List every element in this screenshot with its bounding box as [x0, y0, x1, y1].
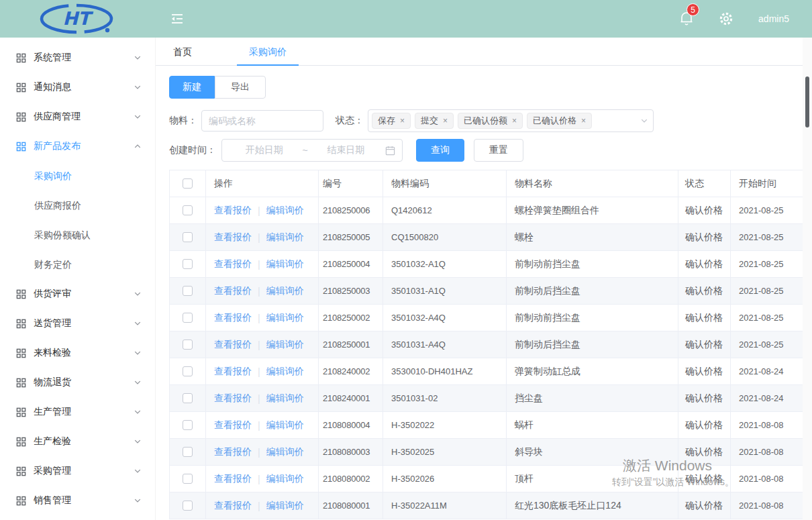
- sidebar-item[interactable]: 通知消息: [0, 72, 155, 102]
- material-code: 3501031-02: [383, 385, 507, 412]
- sidebar-item-label: 来料检验: [34, 347, 71, 359]
- row-checkbox[interactable]: [183, 474, 193, 484]
- sidebar-fold-button[interactable]: [170, 12, 185, 25]
- status-tag: 已确认价格 ×: [527, 113, 592, 129]
- status-select[interactable]: 保存 × 提交 × 已确认份额 × 已确认价格 ×: [368, 109, 654, 132]
- sidebar-item[interactable]: 新产品发布: [0, 132, 155, 161]
- view-quote-link[interactable]: 查看报价: [214, 366, 252, 378]
- search-button[interactable]: 查询: [416, 139, 464, 162]
- tag-close-icon[interactable]: ×: [581, 117, 586, 125]
- sidebar-group: 物流退货: [0, 368, 155, 397]
- row-checkbox[interactable]: [183, 340, 193, 350]
- edit-inquiry-link[interactable]: 编辑询价: [266, 366, 304, 378]
- view-quote-link[interactable]: 查看报价: [214, 205, 252, 217]
- sidebar-subitem[interactable]: 采购份额确认: [0, 220, 155, 250]
- sidebar-item-label: 供应商管理: [34, 111, 81, 123]
- grid-icon: [16, 466, 26, 476]
- edit-inquiry-link[interactable]: 编辑询价: [266, 446, 304, 458]
- view-quote-link[interactable]: 查看报价: [214, 312, 252, 324]
- notifications-button[interactable]: 5: [679, 11, 694, 27]
- sidebar-item-label: 送货管理: [34, 317, 71, 329]
- row-checkbox[interactable]: [183, 447, 193, 457]
- row-checkbox[interactable]: [183, 205, 193, 215]
- edit-inquiry-link[interactable]: 编辑询价: [266, 339, 304, 351]
- vertical-scrollbar[interactable]: [803, 38, 812, 520]
- material-code: 3501032-A4Q: [383, 305, 507, 331]
- edit-inquiry-link[interactable]: 编辑询价: [266, 393, 304, 405]
- material-code: 3501032-A1Q: [383, 251, 507, 278]
- sidebar-item-label: 通知消息: [34, 81, 71, 93]
- export-button[interactable]: 导出: [215, 76, 266, 99]
- start-time-value: 2021-08-24: [731, 385, 803, 412]
- sidebar-subitem[interactable]: 采购询价: [0, 161, 155, 191]
- user-menu[interactable]: admin5: [758, 13, 789, 24]
- status-value: 确认价格: [678, 385, 731, 412]
- select-all-checkbox[interactable]: [183, 178, 193, 189]
- edit-inquiry-link[interactable]: 编辑询价: [266, 500, 304, 512]
- view-quote-link[interactable]: 查看报价: [214, 393, 252, 405]
- grid-icon: [16, 53, 26, 63]
- edit-inquiry-link[interactable]: 编辑询价: [266, 205, 304, 217]
- row-checkbox[interactable]: [183, 286, 193, 296]
- sidebar-subitem[interactable]: 供应商报价: [0, 191, 155, 220]
- sidebar-item[interactable]: 采购管理: [0, 456, 155, 486]
- tab-home[interactable]: 首页: [161, 38, 204, 65]
- view-quote-link[interactable]: 查看报价: [214, 446, 252, 458]
- start-time-value: 2021-08-08: [731, 439, 803, 466]
- view-quote-link[interactable]: 查看报价: [214, 419, 252, 431]
- sidebar-group: 通知消息: [0, 72, 155, 102]
- material-code: Q1420612: [383, 197, 507, 224]
- scrollbar-thumb[interactable]: [805, 76, 809, 127]
- edit-inquiry-link[interactable]: 编辑询价: [266, 419, 304, 431]
- sidebar-item[interactable]: 供应商管理: [0, 102, 155, 132]
- row-checkbox[interactable]: [183, 259, 193, 269]
- row-checkbox[interactable]: [183, 313, 193, 323]
- edit-inquiry-link[interactable]: 编辑询价: [266, 231, 304, 244]
- material-input[interactable]: [201, 110, 323, 132]
- grid-icon: [16, 437, 26, 447]
- row-checkbox[interactable]: [183, 420, 193, 430]
- material-name: 顶杆: [507, 466, 678, 492]
- action-divider: |: [258, 366, 260, 377]
- sidebar-item[interactable]: 物流退货: [0, 368, 155, 397]
- sidebar-item[interactable]: 供货评审: [0, 279, 155, 309]
- sidebar-item[interactable]: 来料检验: [0, 338, 155, 368]
- row-checkbox[interactable]: [183, 501, 193, 511]
- sidebar-subitem[interactable]: 财务定价: [0, 250, 155, 279]
- edit-inquiry-link[interactable]: 编辑询价: [266, 312, 304, 324]
- sidebar-item[interactable]: 生产管理: [0, 397, 155, 427]
- edit-inquiry-link[interactable]: 编辑询价: [266, 473, 304, 485]
- inquiry-number: 2108080004: [319, 412, 383, 439]
- view-quote-link[interactable]: 查看报价: [214, 285, 252, 297]
- view-quote-link[interactable]: 查看报价: [214, 500, 252, 512]
- settings-button[interactable]: [718, 11, 734, 27]
- new-button[interactable]: 新建: [169, 76, 215, 99]
- edit-inquiry-link[interactable]: 编辑询价: [266, 258, 304, 270]
- row-checkbox[interactable]: [183, 366, 193, 376]
- table-row: 查看报价 | 编辑询价 2108080003 H-3502025 斜导块 确认价…: [170, 439, 803, 466]
- column-status: 状态: [678, 170, 731, 197]
- sidebar-item[interactable]: 生产检验: [0, 427, 155, 456]
- tag-close-icon[interactable]: ×: [400, 117, 405, 125]
- date-range-picker[interactable]: 开始日期 ~ 结束日期: [221, 139, 403, 162]
- reset-button[interactable]: 重置: [474, 139, 523, 162]
- calendar-icon: [385, 146, 395, 156]
- tag-close-icon[interactable]: ×: [512, 117, 517, 125]
- view-quote-link[interactable]: 查看报价: [214, 339, 252, 351]
- view-quote-link[interactable]: 查看报价: [214, 258, 252, 270]
- row-checkbox[interactable]: [183, 393, 193, 403]
- status-label: 状态：: [336, 115, 364, 127]
- sidebar-group: 供应商管理: [0, 102, 155, 132]
- tab-purchase-inquiry[interactable]: 采购询价: [237, 38, 299, 65]
- tag-close-icon[interactable]: ×: [443, 117, 448, 125]
- row-checkbox[interactable]: [183, 232, 193, 242]
- view-quote-link[interactable]: 查看报价: [214, 473, 252, 485]
- view-quote-link[interactable]: 查看报价: [214, 231, 252, 244]
- edit-inquiry-link[interactable]: 编辑询价: [266, 285, 304, 297]
- grid-icon: [16, 83, 26, 93]
- action-divider: |: [258, 286, 260, 297]
- sidebar-item[interactable]: 送货管理: [0, 309, 155, 338]
- sidebar-item[interactable]: 销售管理: [0, 486, 155, 515]
- status-tag: 提交 ×: [415, 113, 454, 129]
- sidebar-item[interactable]: 系统管理: [0, 43, 155, 72]
